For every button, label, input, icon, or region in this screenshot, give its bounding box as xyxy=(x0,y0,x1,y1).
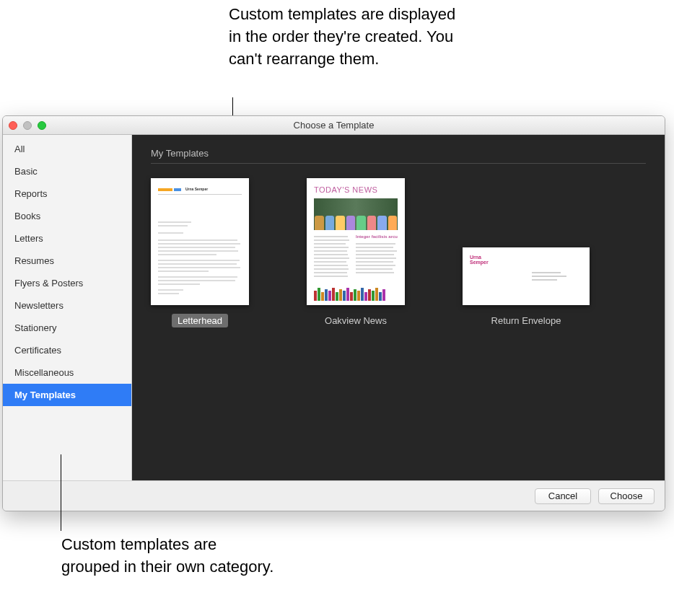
thumb-news-title: TODAY'S NEWS xyxy=(314,185,377,194)
sidebar-item-newsletters[interactable]: Newsletters xyxy=(3,294,131,317)
annotation-bottom-text: Custom templates are grouped in their ow… xyxy=(61,534,278,578)
section-header: My Templates xyxy=(151,142,646,164)
sidebar-item-letters[interactable]: Letters xyxy=(3,227,131,250)
template-letterhead[interactable]: Urna Semper Letterhead xyxy=(151,178,249,327)
dialog-footer: Cancel Choose xyxy=(3,480,665,511)
sidebar-item-resumes[interactable]: Resumes xyxy=(3,250,131,272)
choose-button[interactable]: Choose xyxy=(598,488,655,504)
zoom-button[interactable] xyxy=(38,121,46,130)
template-label-return-envelope: Return Envelope xyxy=(486,314,567,327)
sidebar-item-books[interactable]: Books xyxy=(3,205,131,227)
category-sidebar: All Basic Reports Books Letters Resumes … xyxy=(3,135,132,480)
template-grid: Urna Semper Letterhead xyxy=(151,178,646,327)
thumbnail-oakview-news: TODAY'S NEWS Integer facilisis arcu xyxy=(307,178,405,305)
traffic-lights xyxy=(9,121,46,130)
callout-line-bottom xyxy=(61,454,61,531)
annotation-top-text: Custom templates are displayed in the or… xyxy=(229,4,467,70)
template-return-envelope[interactable]: UrnaSemper Return Envelope xyxy=(463,247,590,327)
sidebar-item-reports[interactable]: Reports xyxy=(3,182,131,205)
template-chooser-window: Choose a Template All Basic Reports Book… xyxy=(2,115,665,511)
window-title: Choose a Template xyxy=(294,120,375,131)
template-oakview-news[interactable]: TODAY'S NEWS Integer facilisis arcu xyxy=(307,178,405,327)
sidebar-item-flyers-posters[interactable]: Flyers & Posters xyxy=(3,272,131,294)
thumbnail-letterhead: Urna Semper xyxy=(151,178,249,305)
thumb-env-name: UrnaSemper xyxy=(470,255,489,265)
template-label-letterhead: Letterhead xyxy=(172,314,228,327)
sidebar-item-basic[interactable]: Basic xyxy=(3,160,131,182)
window-body: All Basic Reports Books Letters Resumes … xyxy=(3,135,665,480)
sidebar-item-miscellaneous[interactable]: Miscellaneous xyxy=(3,361,131,384)
template-grid-area: My Templates Urna Semper xyxy=(132,135,665,480)
thumb-letterhead-name: Urna Semper xyxy=(185,187,208,191)
sidebar-item-all[interactable]: All xyxy=(3,138,131,160)
close-button[interactable] xyxy=(9,121,17,130)
minimize-button[interactable] xyxy=(23,121,32,130)
template-label-oakview-news: Oakview News xyxy=(319,314,393,327)
cancel-button[interactable]: Cancel xyxy=(535,488,591,504)
thumb-news-subtitle: Integer facilisis arcu xyxy=(356,234,398,239)
window-titlebar: Choose a Template xyxy=(3,116,665,135)
sidebar-item-certificates[interactable]: Certificates xyxy=(3,339,131,361)
sidebar-item-stationery[interactable]: Stationery xyxy=(3,317,131,339)
thumbnail-return-envelope: UrnaSemper xyxy=(463,247,590,305)
sidebar-item-my-templates[interactable]: My Templates xyxy=(3,384,131,406)
